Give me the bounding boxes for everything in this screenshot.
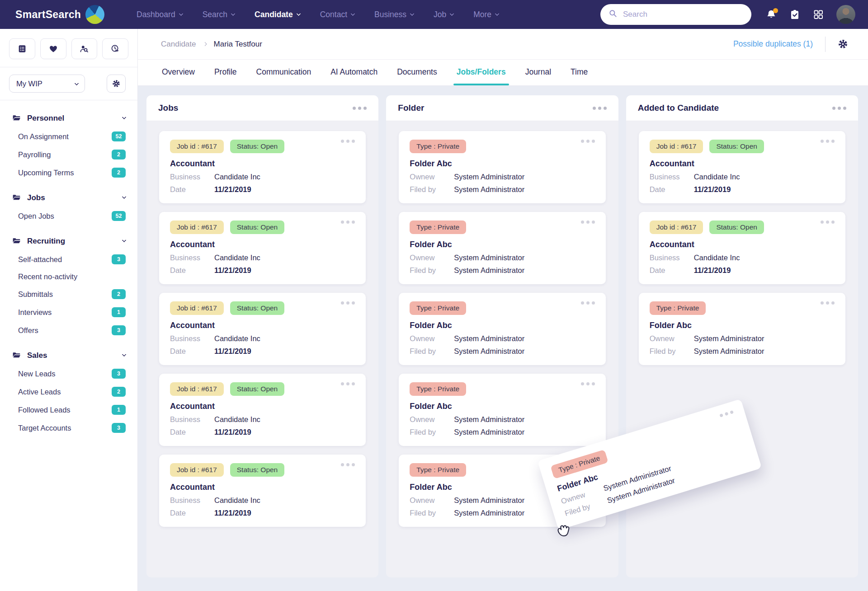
tab[interactable]: Journal bbox=[525, 67, 551, 85]
card-menu-dots-icon[interactable] bbox=[581, 301, 595, 305]
card-menu-dots-icon[interactable] bbox=[341, 301, 355, 305]
card-menu-dots-icon[interactable] bbox=[341, 463, 355, 466]
person-search-button[interactable] bbox=[71, 38, 98, 59]
card-rows: Ownew System Administrator Filed by Syst… bbox=[650, 334, 835, 356]
board-card[interactable]: Job id : #617Status: Open Accountant Bus… bbox=[159, 293, 366, 365]
count-badge: 1 bbox=[112, 405, 126, 415]
sidebar-item[interactable]: Active Leads 2 bbox=[0, 383, 137, 401]
sidebar-item-label: Interviews bbox=[18, 308, 52, 317]
board-card[interactable]: Job id : #617Status: Open Accountant Bus… bbox=[159, 131, 366, 203]
board-card[interactable]: Job id : #617Status: Open Accountant Bus… bbox=[159, 374, 366, 446]
nav-menu-item[interactable]: Candidate bbox=[255, 10, 300, 19]
card-menu-dots-icon[interactable] bbox=[581, 140, 595, 143]
board-card[interactable]: Job id : #617Status: Open Accountant Bus… bbox=[159, 455, 366, 527]
sidebar-section-header[interactable]: Jobs bbox=[0, 188, 137, 207]
nav-menu-item[interactable]: Contact bbox=[320, 10, 354, 19]
user-avatar[interactable] bbox=[836, 5, 855, 24]
global-search[interactable] bbox=[600, 4, 751, 25]
board-card[interactable]: Job id : #617Status: Open Accountant Bus… bbox=[639, 131, 845, 203]
tab[interactable]: Overview bbox=[162, 67, 195, 85]
sidebar-item[interactable]: Payrolling 2 bbox=[0, 145, 137, 164]
sidebar-section-header[interactable]: Recruiting bbox=[0, 232, 137, 250]
card-menu-dots-icon[interactable] bbox=[821, 301, 835, 305]
tab[interactable]: Time bbox=[571, 67, 588, 85]
sidebar-item[interactable]: Target Accounts 3 bbox=[0, 419, 137, 437]
board-card[interactable]: Job id : #617Status: Open Accountant Bus… bbox=[159, 212, 366, 284]
card-title: Folder Abc bbox=[650, 321, 835, 330]
column-menu-dots-icon[interactable] bbox=[353, 107, 367, 110]
sidebar-item-label: Followed Leads bbox=[18, 406, 71, 414]
sidebar-item[interactable]: Recent no-activity bbox=[0, 268, 137, 285]
wip-select[interactable]: My WIP bbox=[9, 75, 85, 93]
chevron-down-icon bbox=[296, 11, 301, 16]
wip-row: My WIP bbox=[0, 67, 137, 100]
sidebar-item[interactable]: Interviews 1 bbox=[0, 303, 137, 321]
tasks-clipboard-icon[interactable] bbox=[789, 9, 800, 20]
tab[interactable]: Profile bbox=[214, 67, 237, 85]
sidebar-item[interactable]: Followed Leads 1 bbox=[0, 401, 137, 419]
nav-menu-item[interactable]: Job bbox=[434, 10, 453, 19]
brand[interactable]: SmartSearch bbox=[15, 5, 125, 24]
list-view-button[interactable] bbox=[9, 38, 35, 59]
brand-name: SmartSearch bbox=[15, 9, 81, 21]
card-badge: Status: Open bbox=[230, 301, 284, 315]
sidebar-item[interactable]: Upcoming Terms 2 bbox=[0, 164, 137, 182]
card-menu-dots-icon[interactable] bbox=[341, 140, 355, 143]
recent-views-clock-eye-button[interactable] bbox=[102, 38, 128, 59]
card-field-value: System Administrator bbox=[454, 347, 524, 356]
column-menu-dots-icon[interactable] bbox=[832, 107, 846, 110]
nav-menu-item[interactable]: Business bbox=[374, 10, 414, 19]
board-card[interactable]: Type : Private Folder Abc Ownew System A… bbox=[639, 293, 845, 365]
sidebar-section-header[interactable]: Sales bbox=[0, 346, 137, 365]
tab[interactable]: AI Automatch bbox=[330, 67, 377, 85]
tab[interactable]: Communication bbox=[256, 67, 311, 85]
card-menu-dots-icon[interactable] bbox=[341, 382, 355, 385]
card-menu-dots-icon[interactable] bbox=[341, 220, 355, 224]
sidebar-item[interactable]: Offers 3 bbox=[0, 321, 137, 339]
sidebar-item[interactable]: Self-attached 3 bbox=[0, 250, 137, 268]
page-settings-gear-icon[interactable] bbox=[838, 39, 848, 49]
card-title: Folder Abc bbox=[410, 240, 594, 249]
card-menu-dots-icon[interactable] bbox=[821, 220, 835, 224]
breadcrumb-root[interactable]: Candidate bbox=[161, 40, 196, 49]
apps-grid-icon[interactable] bbox=[813, 9, 824, 20]
notifications-bell-icon[interactable] bbox=[766, 9, 777, 20]
board-card[interactable]: Type : Private Folder Abc Ownew System A… bbox=[399, 131, 605, 203]
card-menu-dots-icon[interactable] bbox=[581, 220, 595, 224]
sidebar-item[interactable]: Open Jobs 52 bbox=[0, 207, 137, 225]
sidebar-item-label: Submittals bbox=[18, 290, 53, 299]
card-badges-row: Job id : #617Status: Open bbox=[170, 220, 355, 234]
favorites-heart-button[interactable] bbox=[40, 38, 66, 59]
card-field-label: Ownew bbox=[650, 334, 694, 343]
card-field-row: Date 11/21/2019 bbox=[170, 266, 355, 275]
tab[interactable]: Jobs/Folders bbox=[457, 67, 506, 85]
board-card[interactable]: Job id : #617Status: Open Accountant Bus… bbox=[639, 212, 845, 284]
card-rows: Business Candidate Inc Date 11/21/2019 bbox=[650, 253, 835, 275]
board-card[interactable]: Type : Private Folder Abc Ownew System A… bbox=[399, 212, 605, 284]
wip-select-value: My WIP bbox=[16, 80, 42, 88]
card-field-row: Ownew System Administrator bbox=[410, 253, 594, 262]
nav-menu-item[interactable]: Dashboard bbox=[137, 10, 183, 19]
card-menu-dots-icon[interactable] bbox=[821, 140, 835, 143]
sidebar-section-header[interactable]: Personnel bbox=[0, 109, 137, 127]
sidebar-item[interactable]: Submittals 2 bbox=[0, 285, 137, 303]
nav-menu-item[interactable]: More bbox=[473, 10, 499, 19]
folder-icon bbox=[12, 193, 21, 202]
board-card[interactable]: Type : Private Folder Abc Ownew System A… bbox=[399, 293, 605, 365]
card-menu-dots-icon[interactable] bbox=[719, 410, 734, 417]
sidebar-item[interactable]: On Assignment 52 bbox=[0, 127, 137, 145]
card-field-value: System Administrator bbox=[454, 266, 524, 275]
card-menu-dots-icon[interactable] bbox=[581, 382, 595, 385]
sidebar-item[interactable]: New Leads 3 bbox=[0, 365, 137, 383]
tab[interactable]: Documents bbox=[397, 67, 437, 85]
possible-duplicates-link[interactable]: Possible duplicates (1) bbox=[733, 39, 813, 49]
card-field-row: Date 11/21/2019 bbox=[170, 347, 355, 356]
column-menu-dots-icon[interactable] bbox=[593, 107, 607, 110]
search-input[interactable] bbox=[623, 10, 743, 19]
folder-icon bbox=[12, 113, 21, 123]
nav-menu-item[interactable]: Search bbox=[203, 10, 235, 19]
board-card[interactable]: Type : Private Folder Abc Ownew System A… bbox=[399, 374, 605, 446]
column-title: Added to Candidate bbox=[638, 103, 719, 113]
wip-settings-button[interactable] bbox=[107, 75, 126, 93]
sidebar-section: Personnel On Assignment 52 Payrolling 2 … bbox=[0, 109, 137, 182]
